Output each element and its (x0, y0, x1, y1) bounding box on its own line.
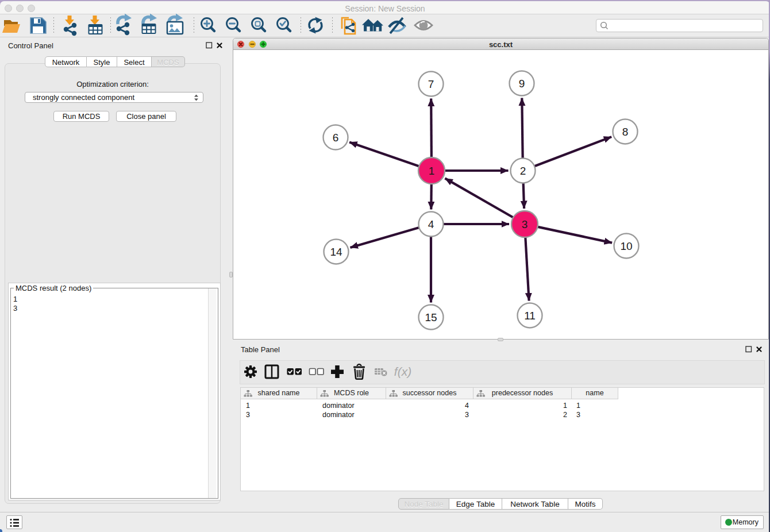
svg-text:6: 6 (333, 132, 339, 144)
svg-text:2: 2 (520, 165, 526, 177)
svg-text:1: 1 (429, 165, 435, 177)
svg-text:10: 10 (620, 240, 632, 252)
svg-text:3: 3 (522, 218, 528, 230)
svg-text:f(x): f(x) (394, 365, 411, 378)
svg-text:4: 4 (428, 218, 434, 230)
svg-text:8: 8 (622, 126, 629, 138)
svg-text:15: 15 (425, 311, 437, 323)
svg-text:14: 14 (330, 246, 342, 258)
svg-text:7: 7 (428, 78, 434, 90)
svg-text:9: 9 (519, 78, 525, 90)
svg-text:11: 11 (524, 310, 536, 322)
